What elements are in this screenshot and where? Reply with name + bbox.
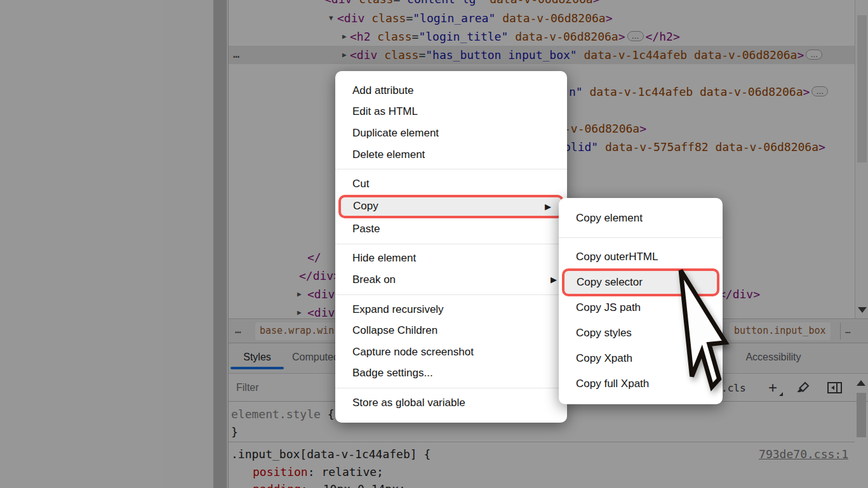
submenu-arrow-icon: ▶ [551,275,557,284]
menu-item-label: Copy [353,200,378,213]
menu-item-add-attribute[interactable]: Add attribute [335,80,567,102]
devtools-screenshot: ▶<div▶<div</div></div></olid" data-v-575… [0,0,868,488]
menu-item-duplicate-element[interactable]: Duplicate element [335,122,567,144]
menu-item-label: Copy Xpath [576,352,632,365]
menu-item-label: Hide element [352,252,416,265]
menu-item-copy[interactable]: Copy▶ [338,195,564,218]
context-menu: Add attributeEdit as HTMLDuplicate eleme… [335,71,567,423]
menu-item-label: Copy styles [576,327,632,340]
mouse-cursor-icon [681,270,734,397]
submenu-item-copy-element[interactable]: Copy element [559,206,723,231]
menu-item-label: Copy full Xpath [576,378,649,390]
menu-item-label: Copy element [576,212,643,225]
menu-item-label: Paste [352,223,380,235]
menu-item-label: Store as global variable [352,397,465,409]
menu-separator [335,388,567,388]
menu-item-badge-settings[interactable]: Badge settings... [335,363,567,385]
menu-item-label: Cut [352,178,369,190]
menu-item-capture-node-screenshot[interactable]: Capture node screenshot [335,341,567,363]
menu-item-label: Break on [352,274,396,286]
menu-item-edit-as-html[interactable]: Edit as HTML [335,102,567,123]
menu-separator [335,294,567,295]
menu-separator [559,237,723,238]
menu-item-label: Delete element [352,148,425,161]
menu-item-label: Copy selector [577,276,643,289]
menu-item-delete-element[interactable]: Delete element [335,144,567,166]
menu-item-paste[interactable]: Paste [335,218,567,240]
menu-item-label: Expand recursively [352,303,444,316]
submenu-arrow-icon: ▶ [545,202,551,211]
menu-item-break-on[interactable]: Break on▶ [335,269,567,291]
menu-item-label: Edit as HTML [352,105,418,118]
menu-item-cut[interactable]: Cut [335,173,567,195]
menu-item-collapse-children[interactable]: Collapse Children [335,320,567,341]
menu-item-hide-element[interactable]: Hide element [335,248,567,270]
menu-item-store-as-global-variable[interactable]: Store as global variable [335,392,567,414]
menu-separator [335,169,567,169]
menu-item-label: Copy outerHTML [576,251,658,263]
submenu-item-copy-outerhtml[interactable]: Copy outerHTML [559,244,723,270]
menu-item-label: Collapse Children [352,324,437,337]
menu-item-label: Capture node screenshot [352,346,474,359]
menu-separator [335,244,567,244]
menu-item-expand-recursively[interactable]: Expand recursively [335,299,567,320]
menu-item-label: Add attribute [352,84,413,97]
menu-item-label: Copy JS path [576,301,641,314]
menu-item-label: Badge settings... [352,367,433,379]
menu-item-label: Duplicate element [352,127,439,140]
